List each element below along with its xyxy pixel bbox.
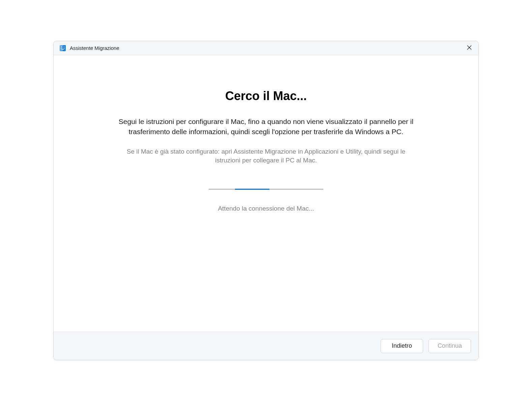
- progress-bar: [209, 189, 323, 190]
- app-title: Assistente Migrazione: [70, 45, 462, 51]
- page-heading: Cerco il Mac...: [225, 89, 307, 103]
- footer: Indietro Continua: [54, 332, 478, 360]
- titlebar: Assistente Migrazione: [54, 41, 478, 55]
- close-icon: [467, 45, 472, 51]
- close-button[interactable]: [462, 41, 477, 55]
- instructions-text: Segui le istruzioni per configurare il M…: [118, 117, 414, 137]
- sub-instructions-text: Se il Mac è già stato configurato: apri …: [119, 147, 413, 165]
- progress-track: [209, 189, 323, 190]
- app-window: Assistente Migrazione Cerco il Mac... Se…: [53, 41, 479, 360]
- continue-button: Continua: [428, 339, 471, 353]
- svg-point-1: [61, 47, 62, 48]
- svg-point-2: [64, 47, 65, 48]
- back-button[interactable]: Indietro: [381, 339, 423, 353]
- status-text: Attendo la connessione del Mac...: [218, 205, 314, 212]
- main-content: Cerco il Mac... Segui le istruzioni per …: [54, 55, 478, 332]
- app-icon: [59, 44, 66, 52]
- progress-fill: [235, 189, 269, 190]
